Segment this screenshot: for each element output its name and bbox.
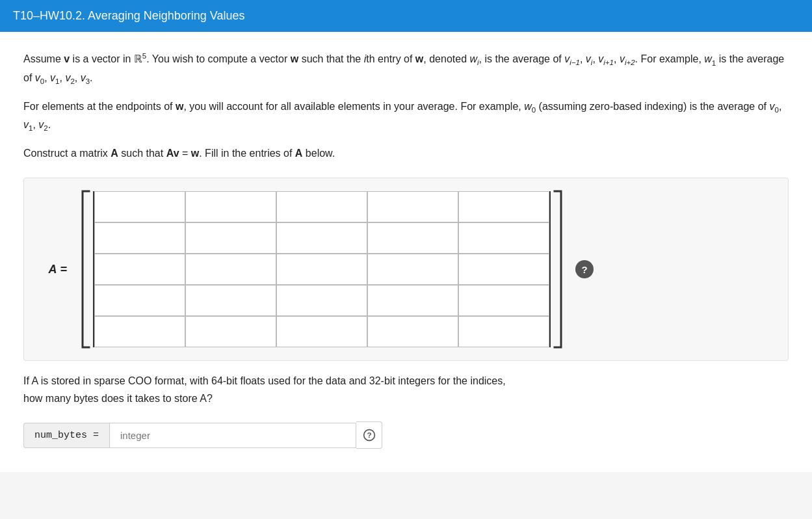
cell-input-4-0[interactable] bbox=[95, 317, 185, 347]
cell-input-0-1[interactable] bbox=[186, 192, 276, 222]
num-bytes-input[interactable] bbox=[109, 423, 356, 448]
num-bytes-row: num_bytes = ? bbox=[23, 421, 789, 449]
matrix-cell-3-1[interactable] bbox=[185, 285, 276, 316]
paragraph-1: Assume v is a vector in ℝ5. You wish to … bbox=[23, 50, 789, 88]
right-bracket-icon bbox=[553, 190, 565, 349]
cell-input-2-1[interactable] bbox=[186, 254, 276, 284]
matrix-cell-1-4[interactable] bbox=[458, 222, 549, 254]
matrix-cell-0-1[interactable] bbox=[185, 191, 276, 222]
matrix-cell-4-4[interactable] bbox=[458, 316, 549, 347]
matrix-cell-2-4[interactable] bbox=[458, 254, 549, 285]
cell-input-2-2[interactable] bbox=[277, 254, 367, 284]
cell-input-1-2[interactable] bbox=[277, 223, 367, 253]
matrix-cell-4-0[interactable] bbox=[94, 316, 185, 347]
cell-input-3-2[interactable] bbox=[277, 286, 367, 315]
matrix-cell-2-0[interactable] bbox=[94, 254, 185, 285]
cell-input-0-3[interactable] bbox=[368, 192, 458, 222]
paragraph-3: Construct a matrix A such that Av = w. F… bbox=[23, 145, 789, 162]
matrix-section: A = bbox=[23, 178, 789, 361]
matrix-cell-2-3[interactable] bbox=[367, 254, 458, 285]
cell-input-3-1[interactable] bbox=[186, 286, 276, 315]
matrix-cell-0-0[interactable] bbox=[94, 191, 185, 222]
cell-input-3-3[interactable] bbox=[368, 286, 458, 315]
cell-input-1-0[interactable] bbox=[95, 223, 185, 253]
page-header: T10–HW10.2. Averaging Neighboring Values bbox=[0, 0, 812, 32]
cell-input-2-3[interactable] bbox=[368, 254, 458, 284]
matrix-cell-4-2[interactable] bbox=[276, 316, 367, 347]
cell-input-1-4[interactable] bbox=[459, 223, 549, 253]
paragraph-2: For elements at the endpoints of w, you … bbox=[23, 98, 789, 135]
sparse-description: If A is stored in sparse COO format, wit… bbox=[23, 373, 789, 407]
cell-input-2-4[interactable] bbox=[459, 254, 549, 284]
cell-input-4-4[interactable] bbox=[459, 317, 549, 347]
matrix-cell-1-1[interactable] bbox=[185, 222, 276, 254]
matrix-cell-1-0[interactable] bbox=[94, 222, 185, 254]
matrix-cell-2-2[interactable] bbox=[276, 254, 367, 285]
matrix-cell-2-1[interactable] bbox=[185, 254, 276, 285]
cell-input-3-4[interactable] bbox=[459, 286, 549, 315]
matrix-cell-0-3[interactable] bbox=[367, 191, 458, 222]
matrix-bracket-container bbox=[79, 190, 565, 349]
matrix-cell-1-3[interactable] bbox=[367, 222, 458, 254]
left-bracket-icon bbox=[79, 190, 90, 349]
cell-input-1-3[interactable] bbox=[368, 223, 458, 253]
cell-input-0-0[interactable] bbox=[95, 192, 185, 222]
cell-input-3-0[interactable] bbox=[95, 286, 185, 315]
matrix-help-icon[interactable]: ? bbox=[575, 260, 594, 278]
num-bytes-label: num_bytes = bbox=[23, 423, 109, 448]
matrix-grid bbox=[93, 191, 551, 347]
matrix-help-icon-label: ? bbox=[581, 264, 587, 275]
cell-input-4-2[interactable] bbox=[277, 317, 367, 347]
cell-input-1-1[interactable] bbox=[186, 223, 276, 253]
problem-description: Assume v is a vector in ℝ5. You wish to … bbox=[23, 50, 789, 162]
cell-input-2-0[interactable] bbox=[95, 254, 185, 284]
cell-input-0-4[interactable] bbox=[459, 192, 549, 222]
main-content: Assume v is a vector in ℝ5. You wish to … bbox=[0, 32, 812, 472]
matrix-cell-3-2[interactable] bbox=[276, 285, 367, 316]
sparse-line-2: how many bytes does it takes to store A? bbox=[23, 393, 213, 404]
matrix-label: A = bbox=[34, 263, 67, 276]
matrix-cell-3-3[interactable] bbox=[367, 285, 458, 316]
matrix-cell-3-4[interactable] bbox=[458, 285, 549, 316]
cell-input-4-3[interactable] bbox=[368, 317, 458, 347]
header-title: T10–HW10.2. Averaging Neighboring Values bbox=[13, 9, 245, 22]
matrix-cell-4-3[interactable] bbox=[367, 316, 458, 347]
num-bytes-help-button[interactable]: ? bbox=[356, 421, 382, 449]
matrix-cell-1-2[interactable] bbox=[276, 222, 367, 254]
sparse-line-1: If A is stored in sparse COO format, wit… bbox=[23, 375, 506, 386]
matrix-cell-4-1[interactable] bbox=[185, 316, 276, 347]
svg-text:?: ? bbox=[367, 431, 371, 439]
question-circle-icon: ? bbox=[363, 429, 376, 442]
matrix-cell-0-4[interactable] bbox=[458, 191, 549, 222]
matrix-cell-0-2[interactable] bbox=[276, 191, 367, 222]
cell-input-0-2[interactable] bbox=[277, 192, 367, 222]
cell-input-4-1[interactable] bbox=[186, 317, 276, 347]
matrix-cell-3-0[interactable] bbox=[94, 285, 185, 316]
